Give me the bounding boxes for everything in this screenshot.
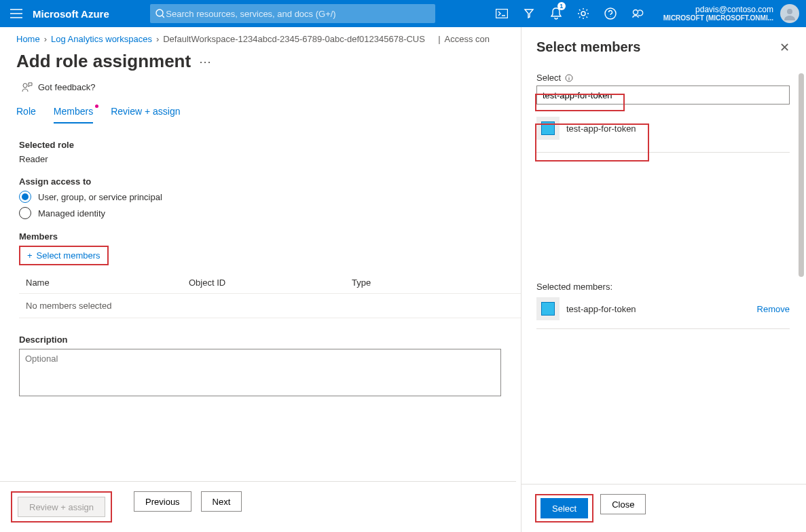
close-button[interactable]: ✕ (780, 40, 790, 55)
previous-button[interactable]: Previous (134, 491, 191, 512)
next-button[interactable]: Next (201, 491, 242, 512)
tab-role[interactable]: Role (16, 106, 36, 124)
tab-indicator-icon (95, 104, 98, 108)
search-result-row[interactable]: test-app-for-token (536, 113, 790, 144)
cloud-shell-button[interactable] (488, 0, 515, 27)
notifications-button[interactable]: 1 (543, 0, 570, 27)
close-flyout-button[interactable]: Close (600, 494, 646, 514)
col-name: Name (26, 278, 189, 288)
tab-review[interactable]: Review + assign (111, 106, 180, 124)
highlight-select-members: + Select members (19, 246, 109, 265)
breadcrumb-sep: | (438, 34, 440, 44)
plus-icon: + (27, 250, 33, 261)
svg-point-0 (156, 10, 163, 16)
avatar[interactable] (780, 4, 799, 23)
settings-button[interactable] (570, 0, 597, 27)
select-members-flyout: Select members ✕ Select test-app-for-tok… (521, 27, 806, 532)
divider (536, 152, 790, 153)
col-object-id: Object ID (189, 278, 352, 288)
chevron-right-icon: › (44, 34, 47, 44)
select-field-label: Select (536, 73, 790, 83)
highlight-review-assign: Review + assign (11, 491, 112, 522)
svg-rect-1 (496, 10, 507, 18)
chevron-right-icon: › (156, 34, 159, 44)
highlight-select-button: Select (535, 494, 593, 522)
directories-filter-button[interactable] (515, 0, 543, 27)
feedback-button[interactable] (624, 0, 651, 27)
breadcrumb-workspaces[interactable]: Log Analytics workspaces (51, 34, 152, 44)
select-label-text: Select (536, 73, 561, 83)
radio-user-label: User, group, or service principal (38, 192, 162, 202)
brand-label[interactable]: Microsoft Azure (33, 8, 150, 20)
page-title: Add role assignment (16, 51, 191, 72)
svg-point-3 (605, 8, 616, 19)
breadcrumb-section[interactable]: Access con (445, 34, 490, 44)
selected-member-row: test-app-for-token Remove (536, 297, 790, 320)
select-members-link[interactable]: + Select members (24, 248, 103, 263)
selected-members-label: Selected members: (536, 282, 790, 292)
app-icon (536, 117, 560, 140)
select-members-text: Select members (37, 250, 100, 261)
flyout-title: Select members (536, 39, 640, 55)
global-search[interactable] (150, 4, 435, 23)
radio-icon (19, 191, 31, 203)
tenant-label: MICROSOFT (MICROSOFT.ONMI... (663, 14, 773, 22)
help-button[interactable] (597, 0, 624, 27)
person-feedback-icon (22, 81, 33, 92)
feedback-label: Got feedback? (38, 82, 96, 92)
radio-icon (19, 207, 31, 219)
member-search-input[interactable] (536, 86, 790, 104)
info-icon[interactable] (565, 74, 573, 82)
selected-member-name: test-app-for-token (566, 304, 636, 314)
empty-members-text: No members selected (26, 301, 111, 311)
flyout-footer: Select Close (521, 484, 806, 532)
account-menu[interactable]: pdavis@contoso.com MICROSOFT (MICROSOFT.… (651, 5, 777, 22)
radio-mi-label: Managed identity (38, 208, 105, 218)
wizard-footer: Review + assign Previous Next (0, 481, 516, 532)
breadcrumb-home[interactable]: Home (16, 34, 40, 44)
svg-point-6 (23, 83, 27, 88)
tab-members-label: Members (54, 106, 93, 117)
search-icon (155, 9, 165, 18)
tab-members[interactable]: Members (54, 106, 93, 124)
breadcrumb-resource[interactable]: DefaultWorkspace-1234abcd-2345-6789-0abc… (163, 34, 425, 44)
global-search-input[interactable] (164, 8, 429, 20)
user-email: pdavis@contoso.com (695, 5, 773, 14)
remove-member-link[interactable]: Remove (757, 304, 790, 314)
more-actions-button[interactable]: ⋯ (199, 54, 211, 69)
app-icon (536, 297, 560, 320)
svg-point-4 (633, 10, 638, 15)
divider (536, 328, 790, 329)
svg-point-5 (787, 9, 792, 14)
notification-badge: 1 (557, 2, 566, 10)
review-assign-button[interactable]: Review + assign (18, 497, 105, 517)
result-name: test-app-for-token (566, 124, 636, 134)
svg-point-2 (581, 12, 585, 16)
global-header: Microsoft Azure 1 pdavis@contoso.com MIC… (0, 0, 806, 27)
hamburger-menu-button[interactable] (0, 0, 33, 27)
description-input[interactable] (19, 349, 501, 396)
header-actions: 1 pdavis@contoso.com MICROSOFT (MICROSOF… (488, 0, 806, 27)
select-button[interactable]: Select (541, 498, 588, 518)
